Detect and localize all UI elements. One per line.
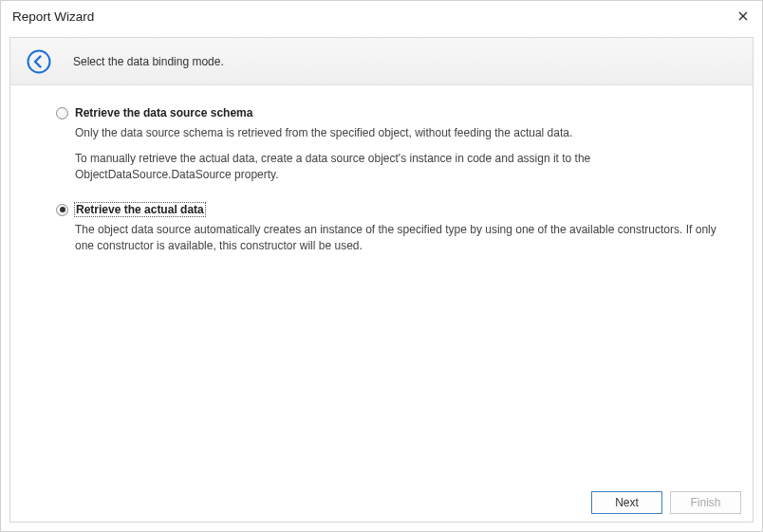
button-bar: Next Finish xyxy=(10,484,753,522)
main-panel: Select the data binding mode. Retrieve t… xyxy=(9,37,754,523)
radio-actual[interactable] xyxy=(56,204,68,216)
svg-point-2 xyxy=(28,50,50,72)
option-actual-header[interactable]: Retrieve the actual data xyxy=(56,203,734,216)
option-schema-desc-1: Only the data source schema is retrieved… xyxy=(75,125,734,141)
option-actual-desc: The object data source automatically cre… xyxy=(75,222,734,254)
content-area: Retrieve the data source schema Only the… xyxy=(10,85,753,484)
close-icon xyxy=(738,11,748,21)
arrow-left-icon xyxy=(26,48,52,75)
finish-button: Finish xyxy=(670,491,741,514)
close-button[interactable] xyxy=(734,7,753,26)
header-instruction: Select the data binding mode. xyxy=(73,55,224,68)
wizard-window: Report Wizard Select the data binding mo… xyxy=(0,0,763,532)
option-actual: Retrieve the actual data The object data… xyxy=(56,203,734,254)
outer-padding: Select the data binding mode. Retrieve t… xyxy=(1,31,762,531)
next-button[interactable]: Next xyxy=(591,491,662,514)
option-schema: Retrieve the data source schema Only the… xyxy=(56,106,734,182)
option-schema-desc: Only the data source schema is retrieved… xyxy=(75,125,734,182)
header-strip: Select the data binding mode. xyxy=(10,38,753,85)
option-actual-label: Retrieve the actual data xyxy=(75,203,205,216)
option-actual-desc-1: The object data source automatically cre… xyxy=(75,222,734,254)
option-schema-label: Retrieve the data source schema xyxy=(75,106,252,119)
title-bar: Report Wizard xyxy=(1,1,762,31)
window-title: Report Wizard xyxy=(12,9,94,24)
back-button[interactable] xyxy=(26,48,52,75)
option-schema-header[interactable]: Retrieve the data source schema xyxy=(56,106,734,119)
option-schema-desc-2: To manually retrieve the actual data, cr… xyxy=(75,151,734,183)
radio-schema[interactable] xyxy=(56,107,68,119)
